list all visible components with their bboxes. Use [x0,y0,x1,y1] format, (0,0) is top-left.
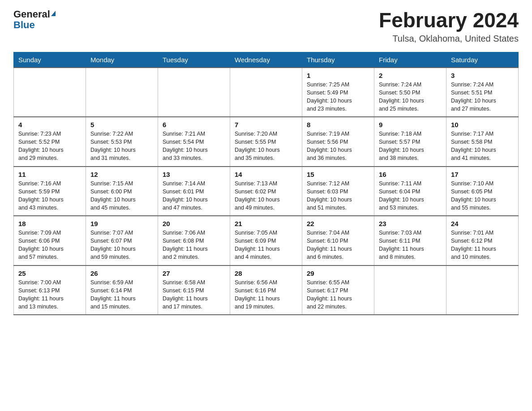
day-info: Sunrise: 6:55 AMSunset: 6:17 PMDaylight:… [307,278,369,311]
day-number: 15 [307,171,369,178]
calendar-cell: 12Sunrise: 7:15 AMSunset: 6:00 PMDayligh… [86,167,158,216]
day-number: 13 [163,171,225,178]
calendar-cell: 26Sunrise: 6:59 AMSunset: 6:14 PMDayligh… [86,265,158,315]
day-info: Sunrise: 7:19 AMSunset: 5:56 PMDaylight:… [307,130,369,163]
calendar-cell: 5Sunrise: 7:22 AMSunset: 5:53 PMDaylight… [86,117,158,167]
logo-general: General [13,9,50,20]
day-info: Sunrise: 7:05 AMSunset: 6:09 PMDaylight:… [235,229,297,261]
logo: General Blue [13,9,56,30]
calendar-cell: 4Sunrise: 7:23 AMSunset: 5:52 PMDaylight… [14,117,86,167]
calendar-cell: 18Sunrise: 7:09 AMSunset: 6:06 PMDayligh… [14,216,86,265]
calendar-cell: 6Sunrise: 7:21 AMSunset: 5:54 PMDaylight… [158,117,230,167]
day-header-wednesday: Wednesday [230,52,302,68]
week-row-4: 18Sunrise: 7:09 AMSunset: 6:06 PMDayligh… [14,216,519,265]
day-number: 6 [163,121,225,128]
calendar-cell: 15Sunrise: 7:12 AMSunset: 6:03 PMDayligh… [302,167,374,216]
calendar-cell: 1Sunrise: 7:25 AMSunset: 5:49 PMDaylight… [302,68,374,117]
day-number: 5 [90,121,153,128]
calendar-table: SundayMondayTuesdayWednesdayThursdayFrid… [13,52,519,316]
day-info: Sunrise: 7:23 AMSunset: 5:52 PMDaylight:… [18,130,81,163]
day-number: 1 [307,72,369,79]
week-row-3: 11Sunrise: 7:16 AMSunset: 5:59 PMDayligh… [14,167,519,216]
day-number: 8 [307,121,369,128]
calendar-cell: 2Sunrise: 7:24 AMSunset: 5:50 PMDaylight… [374,68,446,117]
calendar-cell: 27Sunrise: 6:58 AMSunset: 6:15 PMDayligh… [158,265,230,315]
day-number: 2 [379,72,442,79]
logo-blue: Blue [13,19,35,30]
day-number: 29 [307,270,369,277]
calendar-cell: 7Sunrise: 7:20 AMSunset: 5:55 PMDaylight… [230,117,302,167]
day-info: Sunrise: 7:15 AMSunset: 6:00 PMDaylight:… [90,180,153,212]
day-info: Sunrise: 7:24 AMSunset: 5:51 PMDaylight:… [451,81,514,113]
day-info: Sunrise: 7:09 AMSunset: 6:06 PMDaylight:… [18,229,81,261]
calendar-cell: 8Sunrise: 7:19 AMSunset: 5:56 PMDaylight… [302,117,374,167]
day-number: 24 [451,220,514,227]
calendar-cell: 24Sunrise: 7:01 AMSunset: 6:12 PMDayligh… [446,216,519,265]
day-number: 27 [163,270,225,277]
calendar-cell: 23Sunrise: 7:03 AMSunset: 6:11 PMDayligh… [374,216,446,265]
title-block: February 2024 Tulsa, Oklahoma, United St… [379,9,519,44]
calendar-cell: 21Sunrise: 7:05 AMSunset: 6:09 PMDayligh… [230,216,302,265]
day-info: Sunrise: 7:22 AMSunset: 5:53 PMDaylight:… [90,130,153,163]
day-number: 19 [90,220,153,227]
day-header-thursday: Thursday [302,52,374,68]
calendar-cell: 17Sunrise: 7:10 AMSunset: 6:05 PMDayligh… [446,167,519,216]
day-info: Sunrise: 7:07 AMSunset: 6:07 PMDaylight:… [90,229,153,261]
day-number: 4 [18,121,81,128]
day-number: 17 [451,171,514,178]
calendar-cell [158,68,230,117]
day-number: 22 [307,220,369,227]
day-info: Sunrise: 7:24 AMSunset: 5:50 PMDaylight:… [379,81,442,113]
day-info: Sunrise: 7:10 AMSunset: 6:05 PMDaylight:… [451,180,514,212]
location-title: Tulsa, Oklahoma, United States [379,34,519,44]
calendar-cell: 20Sunrise: 7:06 AMSunset: 6:08 PMDayligh… [158,216,230,265]
day-number: 12 [90,171,153,178]
day-number: 26 [90,270,153,277]
day-info: Sunrise: 7:12 AMSunset: 6:03 PMDaylight:… [307,180,369,212]
day-number: 18 [18,220,81,227]
day-number: 21 [235,220,297,227]
day-info: Sunrise: 6:59 AMSunset: 6:14 PMDaylight:… [90,278,153,311]
day-number: 3 [451,72,514,79]
day-info: Sunrise: 7:00 AMSunset: 6:13 PMDaylight:… [18,278,81,311]
logo-arrow-icon [51,11,56,16]
calendar-cell [446,265,519,315]
calendar-cell: 13Sunrise: 7:14 AMSunset: 6:01 PMDayligh… [158,167,230,216]
calendar-cell: 9Sunrise: 7:18 AMSunset: 5:57 PMDaylight… [374,117,446,167]
day-number: 28 [235,270,297,277]
calendar-cell: 14Sunrise: 7:13 AMSunset: 6:02 PMDayligh… [230,167,302,216]
day-number: 23 [379,220,442,227]
day-info: Sunrise: 7:25 AMSunset: 5:49 PMDaylight:… [307,81,369,113]
day-number: 7 [235,121,297,128]
day-info: Sunrise: 7:01 AMSunset: 6:12 PMDaylight:… [451,229,514,261]
calendar-cell: 28Sunrise: 6:56 AMSunset: 6:16 PMDayligh… [230,265,302,315]
calendar-cell [86,68,158,117]
day-info: Sunrise: 7:17 AMSunset: 5:58 PMDaylight:… [451,130,514,163]
day-info: Sunrise: 7:03 AMSunset: 6:11 PMDaylight:… [379,229,442,261]
day-number: 11 [18,171,81,178]
day-info: Sunrise: 7:04 AMSunset: 6:10 PMDaylight:… [307,229,369,261]
header-row: SundayMondayTuesdayWednesdayThursdayFrid… [14,52,519,68]
day-header-tuesday: Tuesday [158,52,230,68]
week-row-2: 4Sunrise: 7:23 AMSunset: 5:52 PMDaylight… [14,117,519,167]
calendar-cell: 19Sunrise: 7:07 AMSunset: 6:07 PMDayligh… [86,216,158,265]
month-title: February 2024 [379,9,519,32]
calendar-cell: 16Sunrise: 7:11 AMSunset: 6:04 PMDayligh… [374,167,446,216]
calendar-cell: 3Sunrise: 7:24 AMSunset: 5:51 PMDaylight… [446,68,519,117]
day-number: 14 [235,171,297,178]
day-info: Sunrise: 6:56 AMSunset: 6:16 PMDaylight:… [235,278,297,311]
calendar-cell [230,68,302,117]
calendar-cell [374,265,446,315]
calendar-cell: 29Sunrise: 6:55 AMSunset: 6:17 PMDayligh… [302,265,374,315]
day-info: Sunrise: 7:18 AMSunset: 5:57 PMDaylight:… [379,130,442,163]
week-row-1: 1Sunrise: 7:25 AMSunset: 5:49 PMDaylight… [14,68,519,117]
day-number: 16 [379,171,442,178]
day-header-monday: Monday [86,52,158,68]
day-info: Sunrise: 6:58 AMSunset: 6:15 PMDaylight:… [163,278,225,311]
page-header: General Blue February 2024 Tulsa, Oklaho… [13,9,519,44]
day-number: 10 [451,121,514,128]
calendar-cell: 11Sunrise: 7:16 AMSunset: 5:59 PMDayligh… [14,167,86,216]
calendar-cell [14,68,86,117]
calendar-cell: 25Sunrise: 7:00 AMSunset: 6:13 PMDayligh… [14,265,86,315]
day-header-friday: Friday [374,52,446,68]
